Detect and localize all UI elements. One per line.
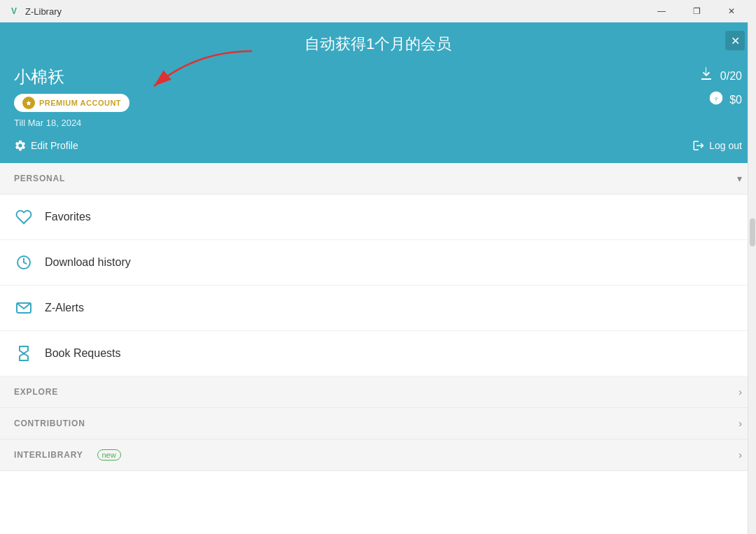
promo-text: 自动获得1个月的会员 <box>304 35 451 52</box>
app-title: Z-Library <box>25 6 645 17</box>
header-main: 小棉袄 PREMIUM ACCOUNT Till Mar 18, 2024 <box>14 66 742 128</box>
envelope-icon <box>14 298 34 318</box>
profile-header: ✕ 自动获得1个月的会员 小棉袄 <box>0 22 756 163</box>
heart-icon <box>14 207 34 227</box>
app-icon: V <box>8 6 20 17</box>
header-footer: Edit Profile Log out <box>14 139 742 152</box>
edit-profile-label: Edit Profile <box>31 140 78 151</box>
section-explore-header[interactable]: EXPLORE › <box>0 377 756 408</box>
book-requests-item[interactable]: Book Requests <box>0 331 756 377</box>
section-contribution-header[interactable]: CONTRIBUTION › <box>0 408 756 440</box>
favorites-item[interactable]: Favorites <box>0 195 756 240</box>
section-explore-title: EXPLORE <box>14 387 58 397</box>
edit-profile-link[interactable]: Edit Profile <box>14 139 78 152</box>
till-date: Till Mar 18, 2024 <box>14 118 130 128</box>
interlibrary-chevron-icon: › <box>738 449 742 461</box>
download-stat: 0/20 <box>698 66 742 86</box>
personal-chevron-icon: ▾ <box>737 173 742 184</box>
explore-chevron-icon: › <box>738 386 742 398</box>
logout-link[interactable]: Log out <box>692 139 742 152</box>
z-alerts-item[interactable]: Z-Alerts <box>0 286 756 331</box>
title-bar: V Z-Library — ❐ ✕ <box>0 0 756 22</box>
contribution-chevron-icon: › <box>738 418 742 429</box>
user-info: 小棉袄 PREMIUM ACCOUNT Till Mar 18, 2024 <box>14 66 130 128</box>
download-history-item[interactable]: Download history <box>0 240 756 286</box>
settings-icon <box>14 139 27 152</box>
svg-text:$: $ <box>715 95 718 102</box>
premium-badge[interactable]: PREMIUM ACCOUNT <box>14 94 130 112</box>
download-icon <box>698 66 715 86</box>
clock-icon <box>14 253 34 272</box>
main-window: ✕ 自动获得1个月的会员 小棉袄 <box>0 22 756 534</box>
close-button[interactable]: ✕ <box>715 0 748 22</box>
section-contribution-title: CONTRIBUTION <box>14 419 85 428</box>
maximize-button[interactable]: ❐ <box>680 0 713 22</box>
username: 小棉袄 <box>14 66 130 88</box>
section-personal-header[interactable]: PERSONAL ▾ <box>0 163 756 195</box>
premium-icon <box>22 97 35 109</box>
promo-banner: 自动获得1个月的会员 <box>14 34 742 55</box>
book-requests-label: Book Requests <box>45 347 121 360</box>
balance-icon: $ <box>708 90 724 109</box>
download-history-label: Download history <box>45 256 131 269</box>
section-interlibrary-header[interactable]: INTERLIBRARY new › <box>0 440 756 471</box>
window-controls: — ❐ ✕ <box>645 0 748 22</box>
balance-amount: $0 <box>729 94 742 106</box>
download-count: 0/20 <box>720 70 742 83</box>
favorites-label: Favorites <box>45 211 91 223</box>
logout-label: Log out <box>709 140 742 151</box>
section-interlibrary-title: INTERLIBRARY <box>14 450 83 460</box>
z-alerts-label: Z-Alerts <box>45 302 84 314</box>
content-area: PERSONAL ▾ Favorites Download history <box>0 163 756 534</box>
scrollbar-thumb[interactable] <box>750 218 755 246</box>
section-personal-title: PERSONAL <box>14 174 65 183</box>
balance-stat: $ $0 <box>708 90 742 109</box>
new-badge: new <box>97 449 121 461</box>
header-stats: 0/20 $ $0 <box>698 66 742 109</box>
minimize-button[interactable]: — <box>645 0 678 22</box>
scrollbar-track[interactable] <box>748 22 756 534</box>
logout-icon <box>692 139 705 152</box>
premium-label: PREMIUM ACCOUNT <box>39 99 121 107</box>
hourglass-icon <box>14 344 34 363</box>
